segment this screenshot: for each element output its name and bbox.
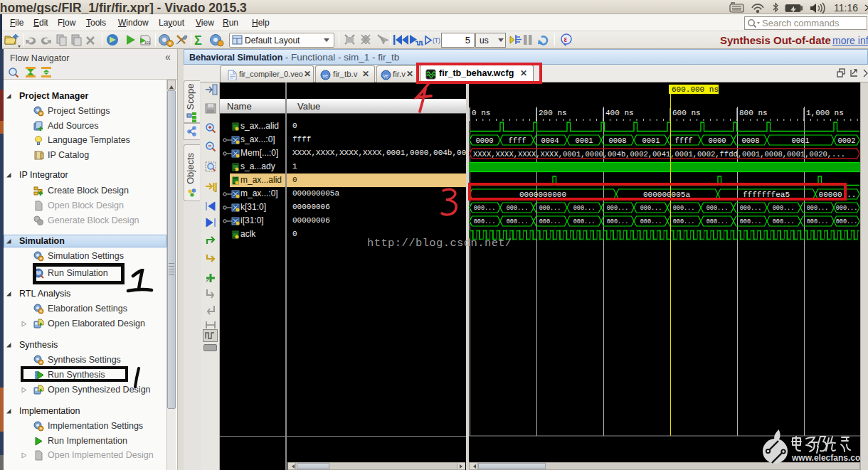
svg-text:000...: 000...	[474, 218, 496, 225]
svg-text:0001: 0001	[575, 137, 593, 145]
svg-text:0 ns: 0 ns	[472, 109, 490, 117]
svg-text:Σ: Σ	[194, 33, 202, 48]
svg-text:000...: 000...	[640, 218, 662, 225]
svg-text:000...: 000...	[706, 205, 729, 212]
svg-text:000...: 000...	[836, 218, 858, 225]
svg-text:XXXX,XXXX,XXXX,XXXX,0001,0000,: XXXX,XXXX,XXXX,XXXX,0001,0000,004b,0002,…	[473, 150, 845, 159]
svg-text:000...: 000...	[673, 205, 695, 212]
svg-text:000...: 000...	[573, 218, 596, 225]
svg-text:5: 5	[465, 35, 470, 46]
svg-text:000...: 000...	[773, 205, 795, 212]
svg-text:000...: 000...	[507, 205, 529, 212]
svg-text:000...: 000...	[607, 218, 629, 225]
svg-text:000...: 000...	[836, 205, 858, 212]
svg-text:1,000 ns: 1,000 ns	[806, 109, 844, 117]
svg-text:000...: 000...	[507, 218, 529, 225]
svg-text:000...: 000...	[474, 205, 496, 212]
svg-text:0004: 0004	[541, 137, 559, 145]
svg-text:200 ns: 200 ns	[539, 109, 567, 117]
svg-text:600.000 ns: 600.000 ns	[672, 85, 719, 94]
svg-text:000...: 000...	[607, 205, 629, 212]
svg-text:0008: 0008	[741, 137, 759, 145]
svg-text:0002: 0002	[837, 137, 855, 145]
svg-text:000...: 000...	[807, 205, 829, 212]
svg-text:000...: 000...	[539, 218, 561, 225]
svg-text:us: us	[480, 36, 489, 46]
svg-text:000...: 000...	[640, 205, 662, 212]
svg-text:000...: 000...	[573, 205, 596, 212]
svg-text:11:16: 11:16	[834, 2, 858, 14]
svg-text:0001: 0001	[642, 137, 660, 145]
svg-text:800 ns: 800 ns	[739, 109, 768, 117]
svg-text:000...: 000...	[706, 218, 729, 225]
svg-text:000...: 000...	[807, 218, 829, 225]
svg-text:ε: ε	[564, 36, 568, 43]
svg-text:000...: 000...	[740, 218, 762, 225]
svg-text:ve: ve	[383, 73, 389, 78]
svg-text:600 ns: 600 ns	[672, 109, 701, 117]
svg-text:000...: 000...	[773, 218, 795, 225]
svg-text:ffff: ffff	[508, 137, 526, 145]
svg-text:(T): (T)	[433, 37, 440, 44]
svg-text:000...: 000...	[539, 205, 561, 212]
svg-text:000...: 000...	[740, 205, 762, 212]
svg-text:0001: 0001	[791, 137, 809, 145]
svg-text:400 ns: 400 ns	[605, 109, 634, 117]
svg-text:0000: 0000	[475, 137, 493, 145]
svg-text:0000: 0000	[708, 137, 726, 145]
svg-text:101: 101	[144, 41, 151, 45]
svg-text:ffff: ffff	[674, 137, 692, 145]
svg-text:ve: ve	[323, 73, 329, 78]
svg-text:0008: 0008	[608, 137, 626, 145]
svg-text:000...: 000...	[673, 218, 695, 225]
